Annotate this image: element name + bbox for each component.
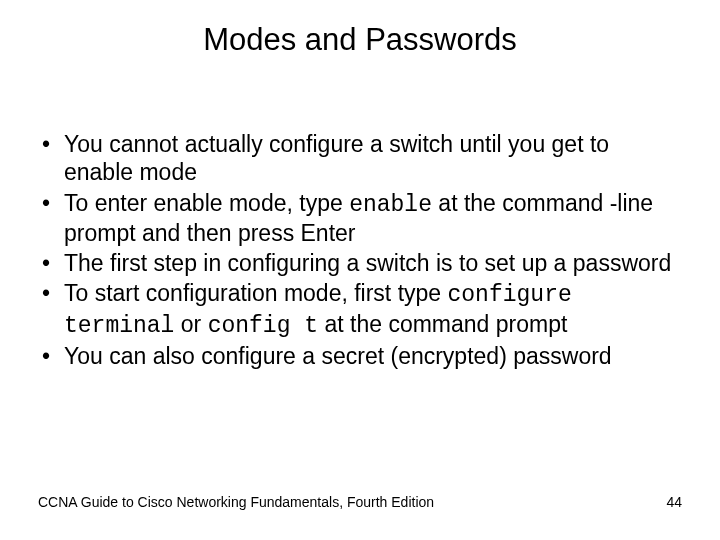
slide: Modes and Passwords You cannot actually … bbox=[0, 0, 720, 540]
list-item: You cannot actually configure a switch u… bbox=[38, 130, 682, 187]
bullet-text: or bbox=[174, 311, 207, 337]
code-text: config t bbox=[208, 313, 318, 339]
slide-body: You cannot actually configure a switch u… bbox=[38, 130, 682, 372]
list-item: The first step in configuring a switch i… bbox=[38, 249, 682, 277]
code-text: enable bbox=[349, 192, 432, 218]
bullet-list: You cannot actually configure a switch u… bbox=[38, 130, 682, 370]
slide-title: Modes and Passwords bbox=[0, 22, 720, 58]
bullet-text: To enter enable mode, type bbox=[64, 190, 349, 216]
footer-source: CCNA Guide to Cisco Networking Fundament… bbox=[38, 494, 434, 510]
bullet-text: The first step in configuring a switch i… bbox=[64, 250, 671, 276]
bullet-text: at the command prompt bbox=[318, 311, 567, 337]
list-item: To start configuration mode, first type … bbox=[38, 279, 682, 340]
bullet-text: You can also configure a secret (encrypt… bbox=[64, 343, 612, 369]
list-item: To enter enable mode, type enable at the… bbox=[38, 189, 682, 248]
list-item: You can also configure a secret (encrypt… bbox=[38, 342, 682, 370]
footer-page-number: 44 bbox=[666, 494, 682, 510]
bullet-text: To start configuration mode, first type bbox=[64, 280, 448, 306]
bullet-text: You cannot actually configure a switch u… bbox=[64, 131, 609, 185]
